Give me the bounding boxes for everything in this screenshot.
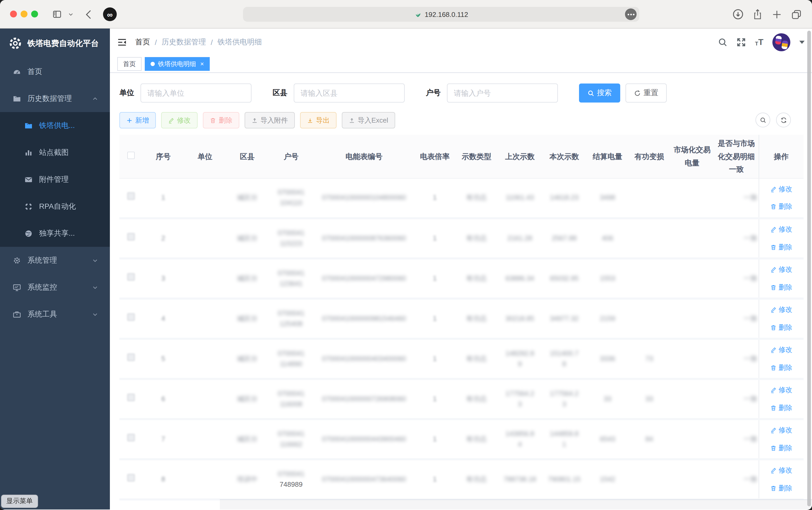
column-header: 序号 bbox=[143, 135, 184, 178]
delete-row-link[interactable]: 删除 bbox=[761, 322, 802, 333]
cell-settle-energy: 406 bbox=[587, 218, 629, 258]
cell-seq: 1 bbox=[143, 178, 184, 218]
sidebar-item[interactable]: RPA自动化 bbox=[0, 193, 110, 220]
search-input-户号[interactable] bbox=[447, 84, 558, 103]
column-header: 区县 bbox=[226, 135, 268, 178]
delete-row-link[interactable]: 删除 bbox=[761, 201, 802, 212]
cell-meter-no: 0700041000000104800060 bbox=[314, 178, 414, 218]
edit-row-link[interactable]: 修改 bbox=[761, 224, 802, 235]
reset-button[interactable]: 重置 bbox=[626, 84, 667, 103]
chevron-down-icon bbox=[92, 284, 98, 290]
avatar[interactable] bbox=[772, 33, 790, 51]
button-label: 新增 bbox=[135, 115, 149, 125]
edit-row-link[interactable]: 修改 bbox=[761, 385, 802, 396]
sidebar-item-label: 系统监控 bbox=[28, 282, 57, 292]
cell-meter-no: 0700041000000876360060 bbox=[314, 218, 414, 258]
horizontal-scroll-strip[interactable] bbox=[220, 500, 812, 509]
new-tab-plus-icon[interactable] bbox=[772, 0, 782, 29]
select-all-checkbox[interactable] bbox=[127, 151, 135, 159]
toolbar-button-导入Excel[interactable]: 导入Excel bbox=[342, 112, 395, 129]
vertical-scrollbar[interactable] bbox=[807, 31, 811, 506]
sidebar-item[interactable]: 站点截图 bbox=[0, 139, 110, 166]
edit-row-link[interactable]: 修改 bbox=[761, 425, 802, 436]
cell-seq: 7 bbox=[143, 419, 184, 459]
breadcrumb-item[interactable]: 历史数据管理 bbox=[162, 37, 206, 47]
sidebar-panel-icon[interactable] bbox=[52, 0, 62, 29]
toolbar-button-删除[interactable]: 删除 bbox=[203, 112, 239, 129]
refresh-table-button[interactable] bbox=[776, 113, 791, 128]
sidebar-item[interactable]: 首页 bbox=[0, 58, 110, 85]
tabs-overview-icon[interactable] bbox=[791, 0, 802, 29]
column-header: 电能表编号 bbox=[314, 135, 414, 178]
monitor-icon bbox=[13, 283, 21, 291]
sidebar-item[interactable]: 系统监控 bbox=[0, 274, 110, 301]
toggle-search-button[interactable] bbox=[755, 113, 770, 128]
sidebar-item[interactable]: 铁塔供电... bbox=[0, 112, 110, 139]
column-header: 电表倍率 bbox=[414, 135, 455, 178]
breadcrumb-item[interactable]: 首页 bbox=[135, 37, 150, 47]
delete-row-link[interactable]: 删除 bbox=[761, 282, 802, 292]
row-checkbox[interactable] bbox=[127, 394, 135, 401]
row-checkbox[interactable] bbox=[127, 474, 135, 481]
cell-account: 0700041114890 bbox=[268, 339, 314, 379]
row-checkbox[interactable] bbox=[127, 192, 135, 200]
sidebar-item[interactable]: 历史数据管理 bbox=[0, 85, 110, 112]
cell-prev-reading: 2161.28 bbox=[498, 218, 542, 258]
row-checkbox[interactable] bbox=[127, 233, 135, 240]
toolbar-button-导出[interactable]: 导出 bbox=[300, 112, 336, 129]
edit-row-link[interactable]: 修改 bbox=[761, 305, 802, 315]
edit-row-link[interactable]: 修改 bbox=[761, 465, 802, 476]
table-row: 1城区分070004110411007000410000001048000601… bbox=[119, 178, 804, 218]
search-input-区县[interactable] bbox=[294, 84, 405, 103]
cell-select bbox=[119, 299, 143, 339]
search-button[interactable]: 搜索 bbox=[579, 84, 620, 103]
upload-icon bbox=[251, 117, 258, 123]
menu-fold-icon[interactable] bbox=[117, 37, 127, 47]
tab-group-infinity-icon[interactable]: ∞ bbox=[103, 0, 117, 29]
cell-prev-reading: 11061.43 bbox=[498, 178, 542, 218]
cell-county: 城区分 bbox=[226, 178, 268, 218]
sidebar-item-label: 站点截图 bbox=[39, 148, 69, 157]
search-icon[interactable] bbox=[718, 37, 727, 47]
address-bar[interactable]: 192.168.0.112 bbox=[243, 7, 639, 22]
breadcrumb-item[interactable]: 铁塔供电明细 bbox=[218, 37, 262, 47]
cell-market-energy bbox=[670, 178, 714, 218]
table-row: 5城区分070004111489007000410000004034000601… bbox=[119, 339, 804, 379]
search-input-单位[interactable] bbox=[141, 84, 251, 103]
sidebar-item[interactable]: 附件管理 bbox=[0, 166, 110, 193]
toolbar-button-导入附件[interactable]: 导入附件 bbox=[245, 112, 295, 129]
close-window-button[interactable] bbox=[10, 10, 17, 18]
delete-row-link[interactable]: 删除 bbox=[761, 443, 802, 453]
row-checkbox[interactable] bbox=[127, 353, 135, 361]
row-checkbox[interactable] bbox=[127, 434, 135, 441]
download-circle-icon[interactable] bbox=[732, 0, 744, 29]
delete-row-link[interactable]: 删除 bbox=[761, 362, 802, 373]
cell-curr-reading: 144859.81 bbox=[542, 419, 587, 459]
minimize-window-button[interactable] bbox=[21, 10, 28, 18]
delete-row-link[interactable]: 删除 bbox=[761, 483, 802, 493]
row-checkbox[interactable] bbox=[127, 273, 135, 281]
more-ellipsis-icon[interactable] bbox=[625, 8, 637, 20]
fullscreen-icon[interactable] bbox=[736, 37, 746, 47]
tab-首页[interactable]: 首页 bbox=[117, 57, 142, 71]
tab-铁塔供电明细[interactable]: 铁塔供电明细× bbox=[145, 57, 210, 71]
edit-row-link[interactable]: 修改 bbox=[761, 345, 802, 356]
toolbar-button-修改[interactable]: 修改 bbox=[161, 112, 198, 129]
font-size-icon[interactable]: TT bbox=[755, 38, 763, 46]
share-icon[interactable] bbox=[752, 0, 763, 29]
close-icon[interactable]: × bbox=[200, 60, 204, 68]
edit-row-link[interactable]: 修改 bbox=[761, 264, 802, 275]
edit-row-link[interactable]: 修改 bbox=[761, 183, 802, 194]
back-icon[interactable] bbox=[85, 0, 92, 29]
sidebar-item-label: 附件管理 bbox=[39, 175, 69, 184]
toolbar-button-新增[interactable]: 新增 bbox=[119, 112, 156, 129]
zoom-window-button[interactable] bbox=[31, 10, 38, 18]
chevron-down-icon[interactable] bbox=[68, 0, 73, 29]
delete-row-link[interactable]: 删除 bbox=[761, 402, 802, 413]
sidebar-item[interactable]: 独享共享... bbox=[0, 220, 110, 247]
sidebar-item[interactable]: 系统工具 bbox=[0, 301, 110, 328]
sidebar-item[interactable]: 系统管理 bbox=[0, 247, 110, 274]
chevron-down-icon[interactable] bbox=[799, 40, 805, 44]
row-checkbox[interactable] bbox=[127, 313, 135, 321]
delete-row-link[interactable]: 删除 bbox=[761, 242, 802, 252]
